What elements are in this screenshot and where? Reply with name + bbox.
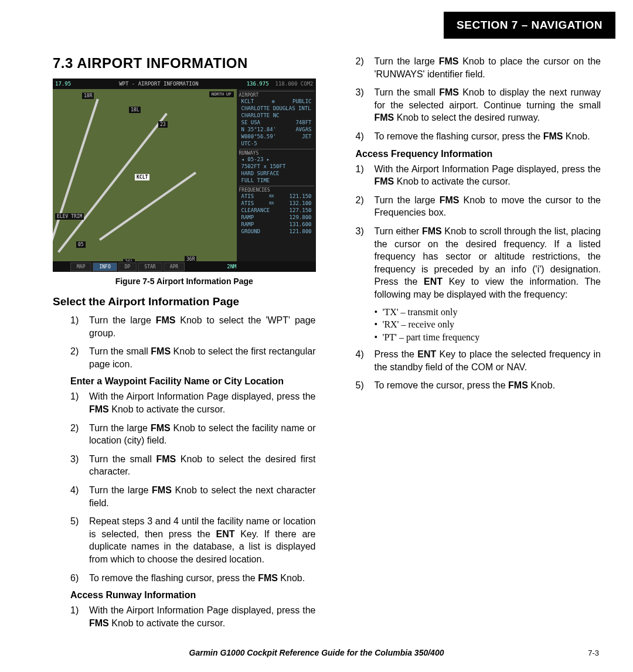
page-footer: Garmin G1000 Cockpit Reference Guide for… [0,648,633,657]
step-item: 6)To remove the flashing cursor, press t… [70,572,316,585]
step-item: 2)Turn the small FMS Knob to select the … [70,345,316,370]
heading-enter-waypoint: Enter a Waypoint Facility Name or City L… [70,376,316,387]
step-item: 4)To remove the flashing cursor, press t… [356,130,601,143]
bullet-item: 'TX' – transmit only [375,306,601,319]
tab-dp: DP [118,262,137,271]
page-content: 7.3 AIRPORT INFORMATION 17.95 WPT - AIRP… [53,55,601,631]
footer-title: Garmin G1000 Cockpit Reference Guide for… [189,648,444,657]
step-item: 2)Turn the large FMS Knob to select the … [70,422,316,447]
freq-r2: 118.000 COM2 [275,81,313,87]
tab-apr: APR [164,262,185,271]
steps-enter-waypoint: 1)With the Airport Information Page disp… [53,390,316,584]
freq-designation-list: 'TX' – transmit only'RX' – receive only'… [338,306,601,344]
step-item: 1)With the Airport Information Page disp… [70,390,316,415]
heading-7-3: 7.3 AIRPORT INFORMATION [53,55,316,71]
step-item: 1)Turn the large FMS Knob to select the … [70,314,316,339]
step-item: 4)Press the ENT Key to place the selecte… [356,348,601,373]
step-item: 3)Turn the small FMS Knob to select the … [70,453,316,478]
heading-runway-info: Access Runway Information [70,590,316,601]
map-area: 18R 18L 23 05 36L 36R KCLT ELEV TRIM [53,89,237,261]
step-item: 1)With the Airport Information Page disp… [70,604,316,629]
steps-freq-info-cont: 4)Press the ENT Key to place the selecte… [338,348,601,392]
page-number: 7-3 [588,649,599,657]
bottom-tab-bar: MAPINFODPSTARAPR [70,262,185,271]
step-item: 3)Turn either FMS Knob to scroll through… [356,225,601,301]
bullet-item: 'PT' – part time frequency [375,331,601,344]
step-item: 2)Turn the large FMS Knob to move the cu… [356,194,601,219]
page-title-bar: WPT - AIRPORT INFORMATION [119,81,198,87]
step-item: 5)To remove the cursor, press the FMS Kn… [356,379,601,392]
freq-r1: 136.975 [247,81,269,87]
bullet-item: 'RX' – receive only [375,318,601,331]
map-scale: 2NM [227,264,236,270]
heading-freq-info: Access Frequency Information [356,149,601,159]
step-item: 2)Turn the large FMS Knob to place the c… [356,55,601,80]
step-item: 1)With the Airport Information Page disp… [356,163,601,188]
step-item: 4)Turn the large FMS Knob to select the … [70,484,316,509]
sub-heading-select-page: Select the Airport Information Page [53,295,316,308]
tab-star: STAR [138,262,162,271]
north-up-indicator: NORTH UP [209,91,234,97]
info-side-panel: AIRPORT KCLT⊕PUBLIC CHARLOTTE DOUGLAS IN… [239,89,314,235]
figure-caption: Figure 7-5 Airport Information Page [53,277,316,286]
step-item: 3)Turn the small FMS Knob to display the… [356,86,601,124]
steps-freq-info: 1)With the Airport Information Page disp… [338,163,601,301]
tab-map: MAP [70,262,91,271]
tab-info: INFO [93,262,117,271]
airport-info-screenshot: 17.95 WPT - AIRPORT INFORMATION 136.975 … [53,79,316,272]
airport-marker: KCLT [135,174,149,180]
step-item: 5)Repeat steps 3 and 4 until the facilit… [70,515,316,565]
freq-left: 17.95 [55,81,71,87]
section-header-tab: SECTION 7 – NAVIGATION [444,12,615,39]
steps-select-page: 1)Turn the large FMS Knob to select the … [53,314,316,370]
figure-7-5: 17.95 WPT - AIRPORT INFORMATION 136.975 … [53,79,316,286]
